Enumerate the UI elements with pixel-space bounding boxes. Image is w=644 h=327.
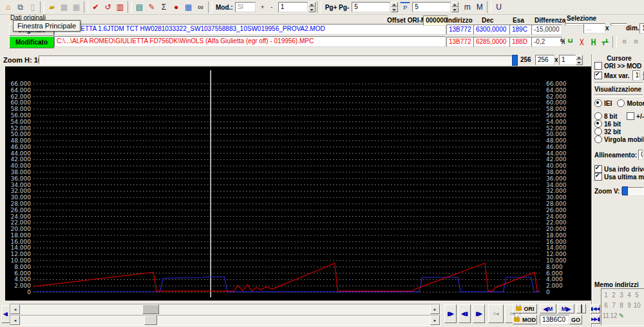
pg-spinner[interactable] xyxy=(391,2,398,12)
scrollbar-mod[interactable]: ◂ ▸ xyxy=(10,315,440,326)
hexdump-icon[interactable]: ▤ xyxy=(133,1,146,13)
radio-32bit[interactable]: 32 bit xyxy=(594,128,644,135)
usa-info-driver-checkbox[interactable]: Usa info driver xyxy=(594,165,644,173)
zoomv-slider-track[interactable] xyxy=(621,187,644,195)
chart-plot-background[interactable]: 66.00064.00062.00060.00058.00056.00054.0… xyxy=(5,66,591,301)
scroll-step-left-button[interactable]: ◂▮ xyxy=(1,305,10,323)
mod-esa[interactable]: 188D xyxy=(509,37,533,47)
columns-icon[interactable]: ▥ xyxy=(114,1,126,13)
prev-map-button[interactable]: ◀M xyxy=(540,304,556,313)
next-map-icon[interactable]: M xyxy=(473,1,486,13)
home-icon[interactable]: ⌂ xyxy=(2,1,14,13)
step-forward-sync-icon[interactable]: ▮▶ xyxy=(473,304,485,323)
radio-ieee[interactable]: IEEE xyxy=(594,99,612,107)
dim-value[interactable]: 1 xyxy=(639,23,644,34)
plusminus-checkbox[interactable]: +/- xyxy=(627,112,644,120)
max-var-checkbox[interactable]: Max var. 15 xyxy=(594,70,644,81)
open-folder-icon[interactable]: ▰ xyxy=(46,1,58,13)
mod-count-input[interactable] xyxy=(278,2,308,12)
mod-differenza[interactable]: -0,2 xyxy=(531,37,562,47)
zoomv-slider-handle[interactable] xyxy=(622,186,628,195)
sel-right-edge-icon[interactable]: ┳┻ xyxy=(600,37,611,47)
binoculars-icon[interactable]: ∞ xyxy=(194,1,207,13)
memo-slot[interactable]: 8 xyxy=(620,302,623,309)
zoomh-slider-track[interactable] xyxy=(39,55,513,64)
memo-slot[interactable]: 3 xyxy=(620,292,623,299)
zoomh-spinner[interactable] xyxy=(576,55,583,65)
pg2-input[interactable] xyxy=(412,2,451,12)
scroll-left-arrow[interactable]: ◂ xyxy=(10,315,20,325)
scroll-right-arrow[interactable]: ▸ xyxy=(430,315,440,325)
sigma-icon[interactable]: Σ xyxy=(158,1,170,13)
mod-indirizzo[interactable]: 13B772 xyxy=(446,37,475,47)
mod-button[interactable]: MOD xyxy=(513,315,537,324)
ori-esa[interactable]: 189C xyxy=(509,25,533,35)
scroll-left-arrow[interactable]: ◂ xyxy=(10,304,20,314)
compare-flag-button[interactable] xyxy=(576,304,586,313)
scrollbar-thumb[interactable] xyxy=(142,304,159,314)
memo-slot[interactable]: 10 xyxy=(633,302,640,309)
memo-slot[interactable]: 1 xyxy=(604,292,608,299)
sel-start-icon[interactable]: ┗┛ xyxy=(565,37,576,47)
mod-count-spinner[interactable] xyxy=(308,2,316,12)
memo-slot[interactable]: 5 xyxy=(635,292,639,299)
scrollbar-thumb[interactable] xyxy=(144,315,157,325)
memo-slot[interactable]: 11 xyxy=(603,312,609,319)
memo-slot[interactable]: 9 xyxy=(627,302,631,309)
copy-window-icon[interactable]: ⧉ xyxy=(14,1,26,13)
prev-map-icon[interactable]: m xyxy=(461,1,473,13)
plot-svg[interactable] xyxy=(33,66,540,301)
zoomh-range-input[interactable]: 256 xyxy=(535,55,554,65)
radio-16bit[interactable]: 16 bit xyxy=(594,120,644,128)
go-button[interactable]: GO xyxy=(569,315,582,324)
zoomh-slider-handle[interactable] xyxy=(512,55,518,66)
modificato-path[interactable]: C:\...\ALFA ROMEO\GIULIETTA FD756DK\WinO… xyxy=(54,36,446,47)
sel-left-edge-icon[interactable]: ┣┫ xyxy=(588,37,599,47)
next-map-button[interactable]: M▶ xyxy=(558,304,574,313)
mod-input[interactable] xyxy=(235,2,256,12)
max-var-input[interactable]: 15 xyxy=(632,70,640,81)
selezione-input-1[interactable] xyxy=(565,23,585,26)
radio-8bit[interactable]: 8 bit xyxy=(594,112,618,120)
selezione-input-3[interactable] xyxy=(611,23,627,26)
radio-virgola-mobile[interactable]: Virgola mobile xyxy=(594,135,644,143)
goto-first-button[interactable]: ▮◀◀ xyxy=(591,304,600,313)
address-input[interactable] xyxy=(540,315,569,324)
scroll-right-arrow[interactable]: ▸ xyxy=(430,304,440,314)
offset-value[interactable]: 000000 xyxy=(423,15,448,26)
usa-ultima-mappa-checkbox[interactable]: Usa ultima mappa xyxy=(594,173,644,181)
ori-dec[interactable]: 6300,0000 xyxy=(473,25,511,35)
ori-button[interactable]: ORI xyxy=(513,304,537,313)
checkmark-icon[interactable]: ✔ xyxy=(90,1,102,13)
memo-slot[interactable]: 6 xyxy=(604,302,608,309)
scrollbar-ori[interactable]: ◂ ▸ xyxy=(10,304,440,315)
modificato-row-label[interactable]: Modificato xyxy=(9,36,54,48)
page-icon[interactable]: P xyxy=(400,2,410,12)
memo-slot[interactable]: 4 xyxy=(627,292,631,299)
ori-indirizzo[interactable]: 13B772 xyxy=(446,25,475,35)
apply-icon[interactable]: ● xyxy=(170,1,182,13)
goto-last-button[interactable]: ▶▶▮ xyxy=(591,315,600,324)
radio-motorola[interactable]: Motorola xyxy=(617,99,644,107)
allineamento-input[interactable]: 0 xyxy=(638,150,643,160)
pg-input[interactable] xyxy=(352,2,390,12)
update-icon[interactable]: ↺ xyxy=(102,1,114,13)
step-back-sync-icon[interactable]: ◀▮ xyxy=(459,304,471,323)
step-forward-icon[interactable]: ▮▶ xyxy=(444,304,457,323)
ori-differenza[interactable]: -15,0000 xyxy=(531,25,562,35)
ori-mod-checkbox[interactable]: ORI >> MOD xyxy=(594,62,644,70)
originale-path[interactable]: ...\GIULIETTA 1.6JTDM TCT HW0281033322_S… xyxy=(54,24,446,35)
memo-note-icon[interactable]: ✎ xyxy=(619,312,624,319)
selezione-input-2[interactable]: ... xyxy=(583,23,605,34)
mod-dec[interactable]: 6285,0000 xyxy=(473,37,511,47)
sel-clear-icon[interactable]: ╳ xyxy=(576,37,587,47)
zoomh-mult-input[interactable]: 1 xyxy=(559,55,577,65)
memo-slot[interactable]: 12 xyxy=(610,312,617,319)
map-list-icon[interactable]: U xyxy=(493,1,505,13)
increment-button[interactable]: + xyxy=(258,3,267,12)
chart-icon[interactable]: ▦ xyxy=(182,1,194,13)
memo-slot[interactable]: 2 xyxy=(612,292,616,299)
edit-icon[interactable]: ✎ xyxy=(146,1,158,13)
decrement-button[interactable]: - xyxy=(267,3,276,12)
pg2-spinner[interactable] xyxy=(451,2,459,12)
